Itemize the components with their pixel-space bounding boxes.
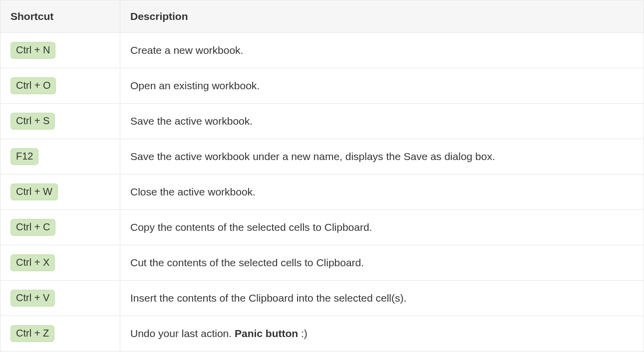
description-cell: Close the active workbook. [120,175,644,210]
description-cell: Cut the contents of the selected cells t… [120,245,644,281]
description-cell: Insert the contents of the Clipboard int… [120,281,644,316]
description-pre: Create a new workbook. [130,44,243,56]
table-row: F12 Save the active workbook under a new… [0,139,644,175]
table-row: Ctrl + S Save the active workbook. [0,104,644,139]
shortcut-key-badge: Ctrl + V [10,290,55,307]
description-cell: Save the active workbook. [120,104,644,139]
description-cell: Save the active workbook under a new nam… [120,139,644,175]
table-row: Ctrl + V Insert the contents of the Clip… [0,281,644,316]
shortcut-cell: Ctrl + C [0,210,120,245]
shortcut-key-badge: Ctrl + W [10,183,58,200]
shortcut-key-badge: Ctrl + O [10,77,56,94]
description-pre: Open an existing workbook. [130,80,260,91]
description-cell: Open an existing workbook. [120,68,644,104]
table-row: Ctrl + X Cut the contents of the selecte… [0,245,644,281]
table-row: Ctrl + W Close the active workbook. [0,175,644,210]
table-row: Ctrl + N Create a new workbook. [0,33,644,68]
shortcuts-table: Shortcut Description Ctrl + N Create a n… [0,0,644,352]
shortcut-key-badge: Ctrl + X [10,254,55,271]
description-pre: Save the active workbook. [130,115,253,127]
shortcut-cell: Ctrl + N [0,33,120,68]
header-description: Description [120,0,644,33]
shortcut-cell: Ctrl + X [0,245,120,281]
description-cell: Copy the contents of the selected cells … [120,210,644,245]
table-row: Ctrl + Z Undo your last action. Panic bu… [0,316,644,352]
description-pre: Save the active workbook under a new nam… [130,151,495,162]
shortcut-key-badge: Ctrl + C [10,219,55,236]
description-pre: Cut the contents of the selected cells t… [130,257,364,268]
description-post: :) [298,328,308,339]
table-row: Ctrl + C Copy the contents of the select… [0,210,644,245]
description-pre: Insert the contents of the Clipboard int… [130,292,406,304]
shortcut-key-badge: Ctrl + S [10,113,55,130]
description-pre: Close the active workbook. [130,186,256,197]
table-header-row: Shortcut Description [0,0,644,33]
shortcut-cell: F12 [0,139,120,175]
shortcut-cell: Ctrl + W [0,175,120,210]
shortcut-cell: Ctrl + S [0,104,120,139]
shortcut-cell: Ctrl + Z [0,316,120,352]
shortcut-cell: Ctrl + O [0,68,120,104]
description-cell: Undo your last action. Panic button :) [120,316,644,352]
header-shortcut: Shortcut [0,0,120,33]
description-pre: Copy the contents of the selected cells … [130,221,372,233]
shortcut-key-badge: Ctrl + Z [10,325,54,342]
description-bold: Panic button [235,328,298,339]
description-cell: Create a new workbook. [120,33,644,68]
shortcut-cell: Ctrl + V [0,281,120,316]
table-row: Ctrl + O Open an existing workbook. [0,68,644,104]
description-pre: Undo your last action. [130,328,235,339]
shortcut-key-badge: Ctrl + N [10,42,55,59]
shortcut-key-badge: F12 [10,148,38,165]
